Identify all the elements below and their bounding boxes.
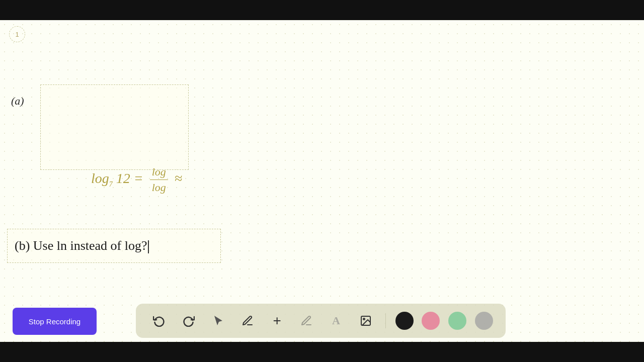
color-gray-button[interactable]	[475, 312, 493, 330]
text-icon: A	[332, 314, 340, 327]
add-icon: +	[273, 313, 281, 329]
pen-button[interactable]	[237, 310, 258, 331]
undo-icon	[153, 315, 165, 327]
part-a-label: (a)	[11, 95, 24, 108]
text-cursor	[148, 240, 149, 253]
part-a-box: log7 12 = log log ≈	[40, 84, 189, 170]
add-button[interactable]: +	[267, 310, 288, 331]
text-button[interactable]: A	[326, 310, 347, 331]
math-expression: log7 12 = log log ≈	[91, 165, 182, 194]
color-black-button[interactable]	[395, 312, 414, 330]
toolbar-divider	[385, 313, 386, 328]
top-bar	[0, 0, 644, 20]
select-icon	[212, 315, 224, 327]
pen-icon	[242, 315, 254, 327]
redo-icon	[183, 315, 195, 327]
image-icon	[360, 315, 372, 327]
part-b-text: (b) Use ln instead of log?	[15, 238, 149, 253]
highlighter-button[interactable]	[296, 310, 317, 331]
part-b-box: (b) Use ln instead of log?	[7, 229, 221, 263]
select-button[interactable]	[208, 310, 229, 331]
color-pink-button[interactable]	[422, 312, 440, 330]
undo-button[interactable]	[148, 310, 170, 331]
toolbar: + A	[136, 304, 506, 338]
redo-button[interactable]	[178, 310, 199, 331]
page-number: 1	[9, 26, 25, 42]
highlighter-icon	[300, 315, 312, 327]
bottom-bar	[0, 342, 644, 362]
stop-recording-button[interactable]: Stop Recording	[13, 308, 97, 335]
main-content: 1 (a) log7 12 = log log ≈ (b) Use ln ins…	[0, 20, 644, 342]
image-button[interactable]	[355, 310, 376, 331]
svg-point-1	[363, 318, 365, 320]
color-green-button[interactable]	[448, 312, 466, 330]
